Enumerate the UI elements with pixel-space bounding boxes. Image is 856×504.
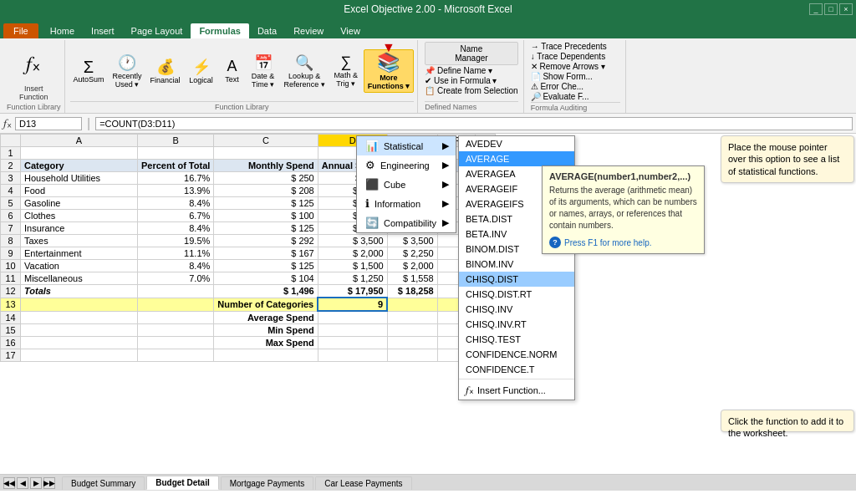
- cell-a6[interactable]: Clothes: [21, 210, 138, 222]
- cell-a16[interactable]: [21, 336, 138, 349]
- cell-b7[interactable]: 8.4%: [138, 222, 214, 235]
- cell-d12[interactable]: $ 17,950: [318, 285, 387, 298]
- cell-b4[interactable]: 13.9%: [138, 185, 214, 197]
- cell-a12[interactable]: Totals: [21, 285, 138, 298]
- cell-a11[interactable]: Miscellaneous: [21, 272, 138, 285]
- cell-d9[interactable]: $ 2,000: [318, 247, 387, 260]
- cell-c3[interactable]: $ 250: [214, 172, 318, 185]
- cell-c1[interactable]: [214, 147, 318, 160]
- cell-c17[interactable]: [214, 349, 318, 361]
- cell-e14[interactable]: [387, 311, 437, 323]
- cell-d11[interactable]: $ 1,250: [318, 272, 387, 285]
- row-header-14[interactable]: 14: [1, 311, 21, 323]
- insert-function-link[interactable]: 𝑓ₓ Insert Function...: [459, 381, 574, 400]
- define-name-btn[interactable]: 📌 Define Name ▾: [425, 66, 518, 75]
- menu-item-cube[interactable]: ⬛ Cube ▶: [357, 175, 456, 194]
- cell-e13[interactable]: [387, 298, 437, 311]
- menu-item-information[interactable]: ℹ Information ▶: [357, 194, 456, 213]
- submenu-item-confidencenorm[interactable]: CONFIDENCE.NORM: [459, 347, 574, 362]
- tab-formulas[interactable]: Formulas: [191, 23, 249, 38]
- autosum-btn[interactable]: Σ AutoSum: [70, 57, 108, 85]
- cell-a15[interactable]: [21, 323, 138, 336]
- row-header-15[interactable]: 15: [1, 323, 21, 336]
- more-functions-dropdown[interactable]: 📊 Statistical ▶ ⚙ Engineering ▶ ⬛ Cube ▶…: [356, 135, 456, 233]
- row-header-11[interactable]: 11: [1, 272, 21, 285]
- cell-a1[interactable]: [21, 147, 138, 160]
- submenu-item-confidencet[interactable]: CONFIDENCE.T: [459, 362, 574, 377]
- cell-a17[interactable]: [21, 349, 138, 361]
- cell-a8[interactable]: Taxes: [21, 235, 138, 247]
- row-header-8[interactable]: 8: [1, 235, 21, 247]
- menu-item-statistical[interactable]: 📊 Statistical ▶: [357, 136, 456, 155]
- cell-e17[interactable]: [387, 349, 437, 361]
- error-checking-btn[interactable]: ⚠ Error Che...: [531, 82, 620, 91]
- close-btn[interactable]: ×: [839, 3, 853, 15]
- cell-d13[interactable]: 9: [318, 298, 387, 311]
- row-header-10[interactable]: 10: [1, 260, 21, 272]
- submenu-item-avedev[interactable]: AVEDEV: [459, 136, 574, 151]
- cell-c15[interactable]: Min Spend: [214, 323, 318, 336]
- row-header-1[interactable]: 1: [1, 147, 21, 160]
- recently-used-btn[interactable]: 🕐 RecentlyUsed ▾: [110, 52, 145, 90]
- cell-c9[interactable]: $ 167: [214, 247, 318, 260]
- cell-d17[interactable]: [318, 349, 387, 361]
- cell-a3[interactable]: Household Utilities: [21, 172, 138, 185]
- cell-a2[interactable]: Category: [21, 160, 138, 172]
- submenu-item-chisqdist[interactable]: CHISQ.DIST: [459, 272, 574, 287]
- cell-e9[interactable]: $ 2,250: [387, 247, 437, 260]
- cell-e10[interactable]: $ 2,000: [387, 260, 437, 272]
- sheet-tab-car-lease-payments[interactable]: Car Lease Payments: [315, 476, 411, 490]
- cell-b5[interactable]: 8.4%: [138, 197, 214, 210]
- col-header-b[interactable]: B: [138, 135, 214, 147]
- row-header-12[interactable]: 12: [1, 285, 21, 298]
- row-header-16[interactable]: 16: [1, 336, 21, 349]
- cell-e8[interactable]: $ 3,500: [387, 235, 437, 247]
- cell-a7[interactable]: Insurance: [21, 222, 138, 235]
- create-from-selection-btn[interactable]: 📋 Create from Selection: [425, 86, 518, 95]
- sheet-nav-next[interactable]: ▶: [30, 477, 42, 489]
- cell-c16[interactable]: Max Spend: [214, 336, 318, 349]
- more-functions-btn[interactable]: 📚 MoreFunctions ▾ ▼: [364, 49, 415, 93]
- cell-e12[interactable]: $ 18,258: [387, 285, 437, 298]
- cell-a13[interactable]: [21, 298, 138, 311]
- tab-data[interactable]: Data: [249, 23, 285, 38]
- tab-file[interactable]: File: [3, 23, 38, 38]
- cell-e15[interactable]: [387, 323, 437, 336]
- row-header-5[interactable]: 5: [1, 197, 21, 210]
- remove-arrows-btn[interactable]: ✕ Remove Arrows ▾: [531, 62, 620, 71]
- lookup-reference-btn[interactable]: 🔍 Lookup &Reference ▾: [281, 52, 329, 90]
- row-header-6[interactable]: 6: [1, 210, 21, 222]
- cell-c4[interactable]: $ 208: [214, 185, 318, 197]
- cell-c12[interactable]: $ 1,496: [214, 285, 318, 298]
- cell-b13[interactable]: [138, 298, 214, 311]
- cell-c14[interactable]: Average Spend: [214, 311, 318, 323]
- cell-b14[interactable]: [138, 311, 214, 323]
- sheet-tab-budget-detail[interactable]: Budget Detail: [146, 476, 218, 490]
- cell-b15[interactable]: [138, 323, 214, 336]
- cell-c13[interactable]: Number of Categories: [214, 298, 318, 311]
- cell-e11[interactable]: $ 1,558: [387, 272, 437, 285]
- cell-b3[interactable]: 16.7%: [138, 172, 214, 185]
- submenu-item-binominv[interactable]: BINOM.INV: [459, 257, 574, 272]
- cell-c10[interactable]: $ 125: [214, 260, 318, 272]
- submenu-item-average[interactable]: AVERAGE: [459, 151, 574, 166]
- cell-d10[interactable]: $ 1,500: [318, 260, 387, 272]
- cell-b17[interactable]: [138, 349, 214, 361]
- tab-insert[interactable]: Insert: [83, 23, 123, 38]
- trace-dependents-btn[interactable]: ↓ Trace Dependents: [531, 52, 620, 61]
- menu-item-compatibility[interactable]: 🔄 Compatibility ▶: [357, 213, 456, 232]
- cell-a5[interactable]: Gasoline: [21, 197, 138, 210]
- cell-b8[interactable]: 19.5%: [138, 235, 214, 247]
- use-in-formula-btn[interactable]: ✔ Use in Formula ▾: [425, 76, 518, 85]
- tab-page-layout[interactable]: Page Layout: [123, 23, 191, 38]
- row-header-2[interactable]: 2: [1, 160, 21, 172]
- cell-d14[interactable]: [318, 311, 387, 323]
- cell-b2[interactable]: Percent of Total: [138, 160, 214, 172]
- date-time-btn[interactable]: 📅 Date &Time ▾: [247, 52, 279, 90]
- submenu-item-chisqinvrt[interactable]: CHISQ.INV.RT: [459, 317, 574, 332]
- formula-input[interactable]: [95, 117, 853, 130]
- cell-d16[interactable]: [318, 336, 387, 349]
- cell-c7[interactable]: $ 125: [214, 222, 318, 235]
- cell-b16[interactable]: [138, 336, 214, 349]
- cell-c2[interactable]: Monthly Spend: [214, 160, 318, 172]
